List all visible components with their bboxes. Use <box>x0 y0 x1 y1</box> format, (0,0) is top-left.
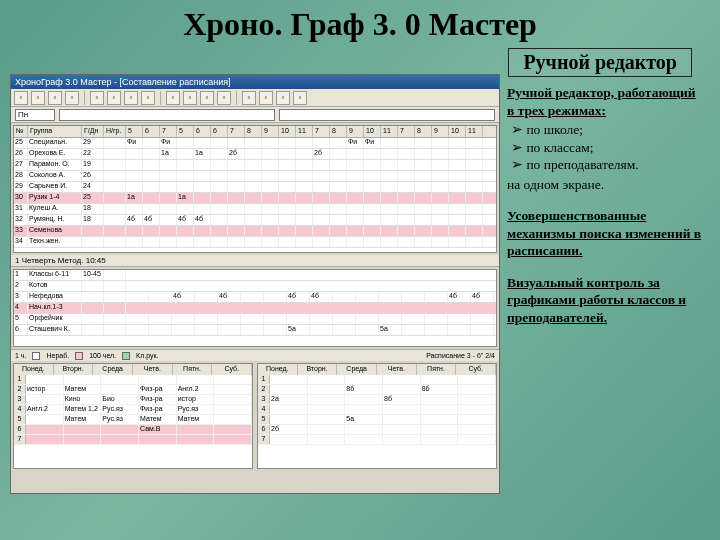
day-header[interactable]: Четв. <box>377 364 417 375</box>
day-combo[interactable]: Пн <box>15 109 55 121</box>
day-header[interactable]: Понед. <box>258 364 298 375</box>
class-schedule-left[interactable]: Понед.Вторн.СредаЧетв.Пятн.Суб. 12исторМ… <box>13 363 253 469</box>
table-row[interactable]: 2Котов <box>14 281 496 292</box>
table-row[interactable]: 33Семенова <box>14 226 496 237</box>
col-header[interactable]: 11 <box>466 126 483 137</box>
col-header[interactable]: 5 <box>126 126 143 137</box>
toolbar-find-icon[interactable]: ▫ <box>183 91 197 105</box>
col-header[interactable]: 6 <box>143 126 160 137</box>
table-row[interactable]: 26Орехова Е.221а1а2б2б <box>14 149 496 160</box>
toolbar-B-icon[interactable]: ▫ <box>276 91 290 105</box>
schedule-row[interactable]: 6Сам.В <box>14 425 252 435</box>
toolbar-undo-icon[interactable]: ▫ <box>141 91 155 105</box>
toolbar-cfg-icon[interactable]: ▫ <box>217 91 231 105</box>
col-header[interactable]: 8 <box>245 126 262 137</box>
schedule-row[interactable]: 7 <box>258 435 496 445</box>
col-header[interactable]: Группа <box>28 126 82 137</box>
day-header[interactable]: Понед. <box>14 364 54 375</box>
col-header[interactable]: 7 <box>398 126 415 137</box>
table-row[interactable]: 34Техн.жен. <box>14 237 496 248</box>
col-header[interactable]: 5 <box>177 126 194 137</box>
col-header[interactable]: 6 <box>194 126 211 137</box>
legend-swatch <box>75 352 83 360</box>
schedule-row[interactable]: 2исторМатемФиз-раАнгл.2 <box>14 385 252 395</box>
day-header[interactable]: Вторн. <box>54 364 94 375</box>
toolbar-cut-icon[interactable]: ▫ <box>90 91 104 105</box>
schedule-row[interactable]: 1 <box>14 375 252 385</box>
filter-row: Пн <box>11 107 499 123</box>
toolbar-redo-icon[interactable]: ▫ <box>166 91 180 105</box>
table-row[interactable]: 29Сарычев И.24 <box>14 182 496 193</box>
col-header[interactable]: 10 <box>364 126 381 137</box>
col-header[interactable]: Г/Дн <box>82 126 104 137</box>
description-panel: Ручной редактор, работающий в трех режим… <box>507 84 702 341</box>
col-header[interactable]: 11 <box>381 126 398 137</box>
subtitle: Ручной редактор <box>508 48 692 77</box>
table-row[interactable]: 31Кулеш А.18 <box>14 204 496 215</box>
classes-grid[interactable]: 1Классы 6-1110-452Котов3Нефедова4б4б4б4б… <box>13 269 497 347</box>
col-header[interactable]: 9 <box>432 126 449 137</box>
filter-combo-2[interactable] <box>279 109 495 121</box>
toolbar-file-icon[interactable]: ▫ <box>14 91 28 105</box>
schedule-row[interactable]: 4 <box>258 405 496 415</box>
schedule-row[interactable]: 4Англ.2Матем 1,2Рус.язФиз-раРус.яз <box>14 405 252 415</box>
toolbar-copy-icon[interactable]: ▫ <box>107 91 121 105</box>
toolbar-C-icon[interactable]: ▫ <box>293 91 307 105</box>
day-header[interactable]: Среда <box>337 364 377 375</box>
col-header[interactable]: 10 <box>279 126 296 137</box>
col-header[interactable]: 11 <box>296 126 313 137</box>
col-header[interactable]: Н/гр. <box>104 126 126 137</box>
day-header[interactable]: Суб. <box>212 364 252 375</box>
table-row[interactable]: 3Нефедова4б4б4б4б4б4б <box>14 292 496 303</box>
col-header[interactable]: 8 <box>330 126 347 137</box>
col-header[interactable]: 7 <box>313 126 330 137</box>
day-header[interactable]: Пятн. <box>417 364 457 375</box>
schedule-row[interactable]: 32а8б <box>258 395 496 405</box>
bottom-panels: Понед.Вторн.СредаЧетв.Пятн.Суб. 12исторМ… <box>11 361 499 471</box>
col-header[interactable]: 7 <box>160 126 177 137</box>
window-titlebar: ХроноГраф 3.0 Мастер - [Составление расп… <box>11 75 499 89</box>
toolbar-A-icon[interactable]: ▫ <box>259 91 273 105</box>
col-header[interactable]: 10 <box>449 126 466 137</box>
table-row[interactable]: 30Рузик 1-4251а1а <box>14 193 496 204</box>
table-row[interactable]: 4Нач.кл.1-3 <box>14 303 496 314</box>
toolbar-print-icon[interactable]: ▫ <box>65 91 79 105</box>
table-row[interactable]: 32Румянц. Н.184б4б4б4б <box>14 215 496 226</box>
toolbar-paste-icon[interactable]: ▫ <box>124 91 138 105</box>
col-header[interactable]: № <box>14 126 28 137</box>
class-schedule-right[interactable]: Понед.Вторн.СредаЧетв.Пятн.Суб. 128б8б32… <box>257 363 497 469</box>
table-row[interactable]: 27Парамон. О.19 <box>14 160 496 171</box>
col-header[interactable]: 8 <box>415 126 432 137</box>
day-header[interactable]: Вторн. <box>298 364 338 375</box>
table-row[interactable]: 28Соколов А.26 <box>14 171 496 182</box>
table-row[interactable]: 6Сташевич К.5а5а <box>14 325 496 336</box>
legend-text: Нераб. <box>46 352 69 359</box>
schedule-row[interactable]: 28б8б <box>258 385 496 395</box>
schedule-row[interactable]: 3КиноБиоФиз-раистор <box>14 395 252 405</box>
toolbar-save-icon[interactable]: ▫ <box>48 91 62 105</box>
schedule-row[interactable]: 1 <box>258 375 496 385</box>
toolbar-grid-icon[interactable]: ▫ <box>200 91 214 105</box>
table-row[interactable]: 5Орфейчик <box>14 314 496 325</box>
toolbar-help-icon[interactable]: ▫ <box>242 91 256 105</box>
day-header[interactable]: Четв. <box>133 364 173 375</box>
schedule-row[interactable]: 62б <box>258 425 496 435</box>
mid-right-label: Расписание 3 - 6" 2/4 <box>426 352 495 359</box>
col-header[interactable]: 9 <box>262 126 279 137</box>
day-header[interactable]: Пятн. <box>173 364 213 375</box>
col-header[interactable]: 6 <box>211 126 228 137</box>
teachers-grid[interactable]: №ГруппаГ/ДнН/гр.567566789101178910117891… <box>13 125 497 253</box>
table-row[interactable]: 25Специальн.29ФиФиФиФи <box>14 138 496 149</box>
schedule-row[interactable]: 55а <box>258 415 496 425</box>
col-header[interactable]: 7 <box>228 126 245 137</box>
schedule-row[interactable]: 5МатемРус.язМатемМатем <box>14 415 252 425</box>
day-header[interactable]: Суб. <box>456 364 496 375</box>
toolbar-open-icon[interactable]: ▫ <box>31 91 45 105</box>
day-header[interactable]: Среда <box>93 364 133 375</box>
quarter-label: 1 Четверть Метод. 10:45 <box>15 256 106 265</box>
filter-combo-1[interactable] <box>59 109 275 121</box>
schedule-row[interactable]: 7 <box>14 435 252 445</box>
col-header[interactable]: 9 <box>347 126 364 137</box>
table-row[interactable]: 1Классы 6-1110-45 <box>14 270 496 281</box>
mode-list: по школе; по классам; по преподавателям. <box>507 121 702 174</box>
